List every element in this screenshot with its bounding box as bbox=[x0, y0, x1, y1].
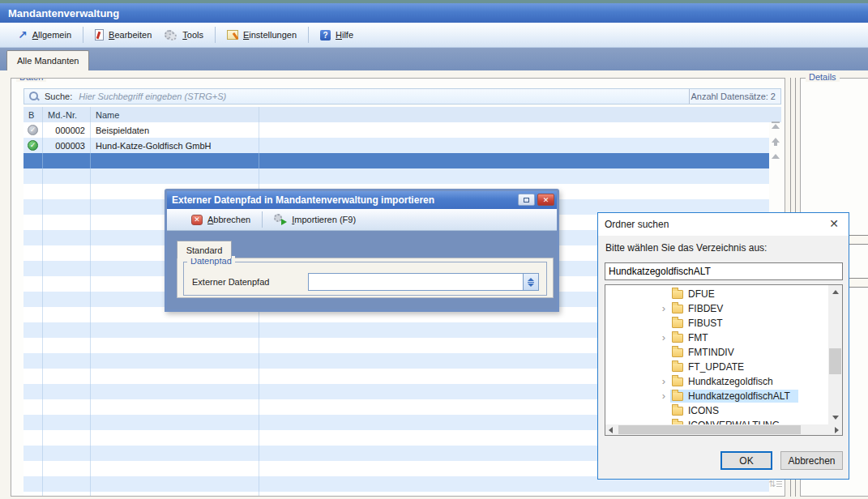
table-row[interactable] bbox=[24, 492, 769, 497]
folder-path-input[interactable] bbox=[605, 263, 842, 279]
chevron-right-icon[interactable]: › bbox=[657, 375, 670, 388]
column-header-b[interactable]: B bbox=[24, 107, 43, 122]
chevron-right-icon[interactable]: › bbox=[657, 390, 670, 403]
folder-icon bbox=[672, 319, 683, 328]
edit-document-icon bbox=[95, 29, 104, 41]
search-label: Suche: bbox=[45, 92, 72, 101]
tree-item-label: FIBDEV bbox=[688, 303, 723, 314]
menubar-separator bbox=[83, 27, 83, 43]
tree-item[interactable]: ICONVERWALTUNG bbox=[605, 418, 828, 424]
tree-item-label: FMT bbox=[688, 332, 708, 343]
path-spinner-button[interactable] bbox=[523, 274, 538, 290]
help-icon: ? bbox=[320, 30, 331, 41]
tree-item-label: FT_UPDATE bbox=[688, 361, 744, 373]
menubar-separator bbox=[308, 27, 309, 43]
cell-name: Beispieldaten bbox=[91, 122, 259, 138]
sort-filter-icon[interactable]: ⇅ bbox=[768, 479, 782, 489]
folder-dialog: Ordner suchen ✕ Bitte wählen Sie das Ver… bbox=[597, 212, 849, 480]
cancel-x-icon: ✕ bbox=[191, 215, 203, 225]
tree-item-label: FMTINDIV bbox=[688, 347, 734, 358]
table-row[interactable]: 000002Beispieldaten bbox=[24, 122, 769, 138]
menu-einstellungen[interactable]: Einstellungen bbox=[220, 27, 303, 43]
tree-item-label: FIBUST bbox=[688, 318, 723, 329]
chevron-right-icon[interactable]: › bbox=[657, 331, 670, 344]
gears-icon bbox=[165, 29, 177, 41]
table-row[interactable]: 000003Hund-Katze-Goldfisch GmbH bbox=[24, 138, 769, 153]
vertical-scroll-thumb[interactable] bbox=[829, 348, 841, 374]
cancel-button[interactable]: Abbrechen bbox=[780, 451, 843, 470]
tree-item[interactable]: ›FMT bbox=[605, 331, 828, 345]
tree-item[interactable]: FMTINDIV bbox=[605, 345, 828, 360]
import-dialog: Externer Datenpfad in Mandantenverwaltun… bbox=[165, 189, 559, 312]
main-titlebar[interactable]: Mandantenverwaltung bbox=[0, 3, 868, 23]
close-icon: ✕ bbox=[543, 196, 549, 204]
table-header[interactable]: B Md.-Nr. Name bbox=[24, 107, 781, 122]
column-header-mdnr[interactable]: Md.-Nr. bbox=[43, 107, 91, 122]
goto-first-icon[interactable] bbox=[771, 122, 780, 131]
tree-item-selected[interactable]: ›HundkatzegoldfischALT bbox=[605, 389, 828, 403]
scroll-down-icon[interactable] bbox=[832, 416, 839, 420]
import-dialog-toolbar: ✕ Abbrechen Importieren (F9) bbox=[167, 209, 557, 231]
table-row-selected[interactable] bbox=[24, 153, 769, 168]
folder-icon bbox=[672, 392, 683, 401]
close-icon[interactable]: ✕ bbox=[829, 218, 839, 229]
search-input[interactable] bbox=[79, 92, 689, 101]
folder-prompt: Bitte wählen Sie das Verzeichnis aus: bbox=[605, 242, 767, 254]
folder-dialog-titlebar[interactable]: Ordner suchen bbox=[598, 213, 849, 236]
importieren-button[interactable]: Importieren (F9) bbox=[267, 211, 362, 228]
folder-icon bbox=[672, 407, 683, 416]
scroll-left-icon[interactable] bbox=[609, 427, 613, 433]
vertical-scrollbar[interactable] bbox=[828, 285, 842, 424]
menu-label: Tools bbox=[182, 30, 203, 40]
folder-dialog-title: Ordner suchen bbox=[605, 219, 669, 230]
column-header-name[interactable]: Name bbox=[91, 107, 259, 122]
settings-form-icon bbox=[227, 30, 238, 40]
abbrechen-button[interactable]: ✕ Abbrechen bbox=[185, 212, 257, 228]
tree-item[interactable]: ›FIBDEV bbox=[605, 301, 828, 316]
scroll-up-icon[interactable] bbox=[832, 290, 839, 294]
tab-alle-mandanten[interactable]: Alle Mandanten bbox=[6, 50, 89, 70]
close-button[interactable]: ✕ bbox=[537, 194, 554, 206]
check-gray-icon bbox=[28, 125, 38, 135]
window-title: Mandantenverwaltung bbox=[8, 7, 119, 19]
folder-tree: DFUE›FIBDEVFIBUST›FMTFMTINDIVFT_UPDATE›H… bbox=[605, 284, 843, 436]
grid-nav-column bbox=[771, 122, 782, 170]
externer-datenpfad-label: Externer Datenpfad bbox=[192, 277, 269, 287]
tree-item[interactable]: ›Hundkatzegoldfisch bbox=[605, 374, 828, 389]
import-dialog-body: Standard Datenpfad Externer Datenpfad bbox=[167, 231, 557, 309]
search-bar: Suche: Anzahl Datensätze: 2 bbox=[24, 88, 781, 104]
row-up-icon[interactable] bbox=[771, 154, 780, 164]
scroll-right-icon[interactable] bbox=[835, 427, 839, 433]
horizontal-scroll-thumb[interactable] bbox=[618, 425, 801, 434]
tree-item-label: DFUE bbox=[688, 288, 715, 300]
horizontal-scrollbar[interactable] bbox=[605, 424, 842, 435]
chevron-right-icon[interactable]: › bbox=[657, 302, 670, 315]
tree-item-label: Hundkatzegoldfisch bbox=[688, 376, 773, 387]
daten-group-label: Daten bbox=[16, 78, 46, 82]
menu-hilfe[interactable]: ? Hilfe bbox=[314, 27, 360, 44]
tree-item[interactable]: ICONS bbox=[605, 403, 828, 418]
import-dialog-titlebar[interactable]: Externer Datenpfad in Mandantenverwaltun… bbox=[167, 191, 557, 209]
menu-label: Allgemein bbox=[32, 30, 71, 40]
screen: Mandantenverwaltung ↗ Allgemein Bearbeit… bbox=[0, 0, 868, 499]
search-icon bbox=[28, 91, 40, 102]
tab-band: Alle Mandanten bbox=[0, 48, 868, 70]
cell-name: Hund-Katze-Goldfisch GmbH bbox=[91, 138, 259, 153]
standard-panel: Datenpfad Externer Datenpfad bbox=[177, 258, 554, 298]
menu-tools[interactable]: Tools bbox=[158, 26, 210, 44]
tab-standard[interactable]: Standard bbox=[177, 241, 232, 258]
folder-icon bbox=[672, 348, 683, 357]
externer-datenpfad-input[interactable] bbox=[309, 274, 523, 290]
page-up-icon[interactable] bbox=[771, 138, 780, 147]
restore-button[interactable] bbox=[518, 194, 535, 206]
arrow-up-right-icon: ↗ bbox=[18, 30, 28, 40]
tree-item[interactable]: FIBUST bbox=[605, 316, 828, 331]
import-gear-icon bbox=[274, 214, 287, 225]
menu-allgemein[interactable]: ↗ Allgemein bbox=[11, 27, 78, 43]
table-row[interactable] bbox=[24, 168, 769, 184]
ok-button[interactable]: OK bbox=[720, 451, 772, 470]
menu-label: Einstellungen bbox=[243, 30, 297, 40]
tree-item[interactable]: FT_UPDATE bbox=[605, 360, 828, 374]
menu-bearbeiten[interactable]: Bearbeiten bbox=[88, 26, 158, 44]
tree-item[interactable]: DFUE bbox=[605, 287, 828, 301]
